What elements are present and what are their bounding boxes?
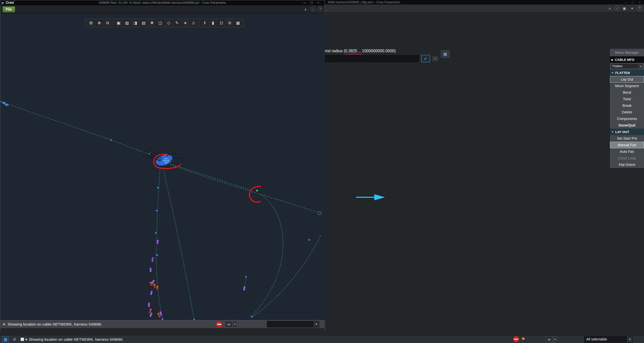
spin-center-button[interactable]: ∗ (181, 20, 189, 27)
toolbar-separator (199, 20, 199, 26)
main-taskbar: ▦ ⊕ Showing location on cable NETWORK, h… (0, 335, 644, 343)
selection-filter-value: All selectable (586, 336, 607, 342)
display-button[interactable]: ▣ (621, 6, 627, 11)
model-tree-toggle-button[interactable]: ▦ (2, 336, 9, 342)
repaint-icon: ▨ (125, 21, 129, 25)
accept-value-button[interactable]: ✓ (421, 55, 430, 62)
notification-flag-button[interactable]: ⚑ (521, 336, 525, 342)
cable-network-canvas (1, 13, 325, 320)
menu-mode-field[interactable]: Flatten ▾ (611, 63, 643, 69)
find-dropdown-button[interactable]: ▾ (553, 336, 557, 342)
part-window: ▦ Creo° 549690 Rev: 01.29+ In Work: wtws… (0, 0, 325, 331)
part-window-bottom-edge (1, 328, 324, 331)
chevron-down-icon[interactable]: ▾ (638, 64, 643, 69)
collapse-ribbon-button[interactable]: ∧ (607, 6, 613, 11)
status-combobox[interactable]: ▾ (267, 321, 319, 327)
flag-icon: ⚑ (521, 337, 525, 342)
menu-item-manual-fan[interactable]: Manual Fan (610, 142, 644, 148)
stop-selection-button[interactable] (513, 336, 519, 342)
menu-item-auto-fan[interactable]: Auto Fan (610, 148, 644, 155)
help-button[interactable]: ? (318, 7, 323, 12)
menu-manager-title[interactable]: Menu Manager (610, 49, 644, 56)
view-manager-button[interactable]: ❖ (148, 20, 156, 27)
zoom-in-button[interactable]: ⊕ (95, 20, 103, 27)
menu-item-delete[interactable]: Delete (610, 109, 644, 115)
find-button[interactable]: ∞ (225, 321, 233, 327)
help-icon: ? (639, 6, 640, 10)
menu-section-flatten[interactable]: ▼ FLATTEN (610, 69, 644, 76)
display-style-button[interactable]: ◫ (156, 20, 164, 27)
search-button[interactable]: ⌕ (614, 6, 620, 11)
menu-section-flatten-label: FLATTEN (615, 71, 630, 75)
stop-selection-button[interactable] (216, 321, 222, 327)
annotation-display-button[interactable]: ✎ (173, 20, 181, 27)
triangle-down-icon: ▼ (611, 131, 614, 133)
refit-button[interactable]: ▣ (115, 20, 123, 27)
selected-point (256, 190, 258, 191)
network-endpoint (318, 211, 321, 215)
part-window-title: 549690 Rev: 01.29+ In Work: wtws://Windc… (0, 1, 325, 5)
maximize-button[interactable]: ▢ (308, 0, 315, 5)
cancel-value-button[interactable]: × (432, 56, 439, 62)
file-menu-button[interactable]: File (3, 6, 15, 12)
maximize-button[interactable]: ▢ (629, 0, 636, 4)
selection-filter-combobox[interactable]: All selectable ▾ (584, 336, 633, 342)
close-button[interactable]: × (315, 0, 322, 5)
repaint-button[interactable]: ▨ (123, 20, 131, 27)
erase-button[interactable]: ⊘ (226, 20, 234, 27)
grid-button[interactable]: ▦ (234, 20, 242, 27)
simulation-display-button[interactable]: ⚠ (190, 20, 198, 27)
menu-item-cable-mfg[interactable]: ▶ CABLE MFG (610, 56, 644, 63)
chevron-up-icon: ∧ (304, 7, 307, 11)
chevron-down-icon[interactable]: ▾ (627, 336, 632, 342)
menu-item-set-start-pnt[interactable]: Set Start Pnt (610, 135, 644, 142)
menu-item-twist[interactable]: Twist (610, 96, 644, 102)
search-button[interactable]: ⌕ (311, 7, 316, 12)
select-box-icon: ⊡ (220, 21, 223, 25)
spin-center-icon: ∗ (184, 21, 187, 25)
menu-item-break[interactable]: Break (610, 102, 644, 109)
prompt-range-low: 0.3825 .. (345, 49, 362, 53)
pause-button[interactable]: ‖ (201, 20, 209, 27)
erase-icon: ⊘ (228, 21, 231, 25)
close-button[interactable]: × (636, 0, 643, 4)
cable-network-viewport[interactable]: ⊞ ⊕ ⊖ ▣ ▨ ◨ ▤ ❖ ◫ ◇ ✎ ∗ ⚠ ‖ ▮ ⊡ ⊘ ▦ (1, 13, 325, 320)
graphics-toolbar: ⊞ ⊕ ⊖ ▣ ▨ ◨ ▤ ❖ ◫ ◇ ✎ ∗ ⚠ ‖ ▮ ⊡ ⊘ ▦ (85, 19, 244, 27)
shaded-display-button[interactable]: ◨ (131, 20, 139, 27)
input-panel-button[interactable]: ▦ (441, 50, 450, 58)
part-window-titlebar: ▦ Creo° 549690 Rev: 01.29+ In Work: wtws… (0, 0, 325, 5)
status-message: Showing location on cable NETWORK, harne… (8, 320, 102, 328)
status-dot (25, 338, 27, 340)
menu-item-flat-orient[interactable]: Flat Orient (610, 161, 644, 168)
blank-window-icon[interactable] (21, 338, 24, 341)
zoom-window-button[interactable]: ⊞ (87, 20, 95, 27)
location-points (110, 139, 310, 320)
menu-item-move-segment[interactable]: Move Segment (610, 83, 644, 89)
minimize-button[interactable]: — (301, 0, 308, 5)
minimize-button[interactable]: — (623, 0, 629, 4)
chevron-down-icon[interactable]: ▾ (314, 321, 319, 327)
menu-item-bend[interactable]: Bend (610, 89, 644, 96)
collapse-ribbon-button[interactable]: ∧ (302, 7, 309, 12)
find-button[interactable]: ∞ (545, 336, 553, 342)
menu-section-lay-out[interactable]: ▼ LAY OUT (610, 129, 644, 135)
menu-mode-combobox[interactable]: Flatten ▾ (610, 63, 644, 69)
stop-button[interactable]: ▮ (209, 20, 217, 27)
select-box-button[interactable]: ⊡ (217, 20, 225, 27)
ribbon-dropdown-button[interactable]: ▾ (629, 6, 635, 11)
chevron-down-icon: ▾ (234, 323, 235, 326)
menu-item-components[interactable]: Components (610, 115, 644, 122)
prompt-range-high: 1000000000.0000) (362, 49, 396, 53)
menu-item-lay-out[interactable]: Lay Out (610, 76, 644, 83)
zoom-out-button[interactable]: ⊖ (104, 20, 111, 27)
help-button[interactable]: ? (637, 6, 642, 11)
browser-toggle-button[interactable]: ⊕ (11, 336, 18, 342)
network-lines (6, 103, 321, 320)
main-ribbon-icons: ∧ ⌕ ▣ ▾ ? (607, 6, 642, 11)
chevron-right-icon: ▶ (611, 58, 613, 61)
check-icon: ✓ (424, 56, 427, 61)
find-dropdown-button[interactable]: ▾ (233, 321, 237, 327)
saved-orientations-button[interactable]: ▤ (140, 20, 148, 27)
datum-display-button[interactable]: ◇ (165, 20, 173, 27)
menu-item-done-quit[interactable]: Done/Quit (610, 122, 644, 129)
